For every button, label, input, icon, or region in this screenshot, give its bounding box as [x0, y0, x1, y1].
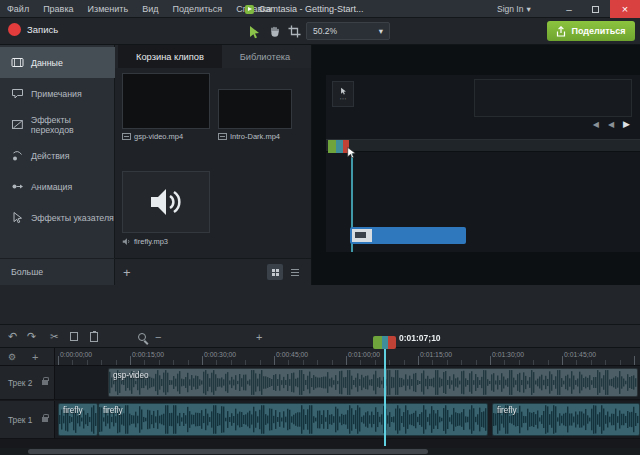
minimize-button[interactable]: –	[556, 0, 582, 18]
annotation-icon	[11, 87, 24, 100]
timeline: 0:00:00;00 0:00:15;00 0:00:30;00 0:00:45…	[0, 348, 640, 448]
tab-clip-bin[interactable]: Корзина клипов	[118, 45, 222, 68]
add-media-button[interactable]: +	[123, 265, 131, 280]
zoom-out-button[interactable]: −	[155, 329, 161, 344]
plus-icon: +	[256, 331, 262, 343]
list-view-icon	[291, 269, 299, 276]
sidebar-item-annotations[interactable]: Примечания	[0, 78, 115, 109]
ruler-label: 0:01:45;00	[564, 351, 596, 358]
sidebar-more-button[interactable]: Больше	[0, 258, 115, 285]
select-tool-button[interactable]	[246, 23, 263, 40]
sidebar-item-behaviors[interactable]: Действия	[0, 140, 115, 171]
sidebar-item-cursor-effects[interactable]: Эффекты указателя	[0, 202, 115, 233]
timeline-ruler[interactable]: 0:00:00;00 0:00:15;00 0:00:30;00 0:00:45…	[55, 348, 640, 366]
preview-screencast-clip	[350, 227, 466, 244]
selection-out-handle[interactable]	[388, 336, 396, 349]
track-2-lane[interactable]: gsp-video	[55, 366, 640, 400]
view-toggles	[267, 264, 303, 280]
timeline-gutter-corner: ⚙ +	[0, 348, 55, 366]
minus-icon: −	[155, 331, 161, 343]
gear-icon[interactable]: ⚙	[8, 352, 16, 362]
media-item-name: Intro-Dark.mp4	[230, 132, 280, 141]
animations-icon	[11, 180, 24, 193]
sidebar-item-transitions[interactable]: Эффекты переходов	[0, 109, 115, 140]
track-1-lane[interactable]: firefly firefly firefly	[55, 401, 640, 439]
window-title: Camtasia - Getting-Start...	[245, 0, 364, 18]
menu-view[interactable]: Вид	[135, 0, 165, 17]
zoom-in-button[interactable]: +	[256, 329, 262, 344]
timeline-horizontal-scrollbar[interactable]	[0, 448, 640, 455]
timeline-clip-gsp-video[interactable]: gsp-video	[108, 368, 638, 397]
sign-in-label: Sign In	[497, 4, 523, 14]
copy-icon	[70, 332, 78, 341]
zoom-timeline-button[interactable]	[138, 329, 146, 344]
sidebar-more-label: Больше	[11, 267, 43, 277]
zoom-dropdown[interactable]: 50.2% ▾	[306, 22, 390, 40]
preview-canvas[interactable]: ⋯ ◀ ◀ ▶	[326, 75, 640, 252]
preview-cursor-tool-icon	[340, 87, 347, 95]
selection-in-handle	[328, 140, 336, 153]
playhead-scrubber[interactable]	[373, 336, 396, 349]
menu-edit[interactable]: Правка	[36, 0, 80, 17]
minimize-icon: –	[566, 4, 572, 15]
undo-button[interactable]: ↶	[8, 329, 17, 344]
menu-modify[interactable]: Изменить	[81, 0, 136, 17]
plus-icon: +	[123, 265, 131, 280]
scrollbar-thumb[interactable]	[28, 449, 428, 454]
share-button[interactable]: Поделиться	[547, 21, 635, 41]
sidebar-item-label: Эффекты переходов	[31, 115, 115, 135]
media-item-label: gsp-video.mp4	[122, 132, 183, 141]
timeline-clip-firefly-2[interactable]: firefly	[98, 403, 488, 436]
audio-waveform	[109, 369, 637, 396]
sidebar-item-label: Действия	[31, 151, 70, 161]
camtasia-logo-icon	[245, 5, 254, 14]
tab-label: Библиотека	[240, 52, 291, 62]
close-button[interactable]: ×	[610, 0, 640, 18]
selection-in-handle[interactable]	[373, 336, 382, 349]
sidebar-item-media[interactable]: Данные	[0, 47, 115, 78]
track-name: Трек 2	[8, 378, 32, 388]
playhead-line[interactable]	[384, 349, 386, 446]
media-thumbnail-firefly[interactable]	[122, 171, 210, 233]
close-icon: ×	[622, 3, 628, 15]
media-thumbnail-gsp-video[interactable]	[122, 73, 210, 129]
media-item-name: gsp-video.mp4	[134, 132, 183, 141]
tab-library[interactable]: Библиотека	[222, 45, 308, 68]
playback-controls: ‹ › ⚙ Свойства	[0, 285, 640, 325]
track-2-header[interactable]: Трек 2	[0, 366, 55, 400]
paste-button[interactable]	[90, 329, 98, 344]
preview-clip-thumbnail	[352, 229, 372, 242]
record-label: Запись	[27, 24, 58, 35]
cut-button[interactable]: ✂	[50, 329, 58, 344]
clip-label: firefly	[103, 406, 123, 415]
timeline-toolbar: ↶ ↷ ✂ − +	[0, 325, 640, 348]
add-track-icon[interactable]: +	[32, 351, 38, 363]
menu-file[interactable]: Файл	[0, 0, 36, 17]
redo-button[interactable]: ↷	[27, 329, 36, 344]
timeline-clip-firefly-3[interactable]: firefly	[492, 403, 640, 436]
track-1-header[interactable]: Трек 1	[0, 401, 55, 439]
sidebar-item-label: Данные	[31, 58, 63, 68]
sign-in-button[interactable]: Sign In ▾	[497, 0, 531, 18]
titlebar: Файл Правка Изменить Вид Поделиться Спра…	[0, 0, 640, 18]
pan-tool-button[interactable]	[266, 23, 283, 40]
timeline-clip-firefly-1[interactable]: firefly	[58, 403, 98, 436]
media-item-label: firefly.mp3	[122, 237, 168, 246]
sidebar-item-label: Анимация	[31, 182, 72, 192]
list-view-button[interactable]	[287, 264, 303, 280]
playhead-handle	[336, 140, 343, 153]
sidebar-item-label: Эффекты указателя	[31, 213, 114, 223]
video-file-icon	[122, 133, 131, 140]
record-button[interactable]: Запись	[8, 23, 58, 36]
lock-icon[interactable]	[42, 380, 48, 385]
grid-view-button[interactable]	[267, 264, 283, 280]
copy-button[interactable]	[70, 329, 78, 344]
sidebar-item-animations[interactable]: Анимация	[0, 171, 115, 202]
media-thumbnail-intro-dark[interactable]	[218, 89, 292, 129]
lock-icon[interactable]	[42, 417, 48, 422]
share-icon	[556, 26, 566, 37]
sidebar-item-label: Примечания	[31, 89, 82, 99]
menu-share[interactable]: Поделиться	[165, 0, 229, 17]
crop-tool-button[interactable]	[286, 23, 303, 40]
maximize-button[interactable]	[582, 0, 608, 18]
